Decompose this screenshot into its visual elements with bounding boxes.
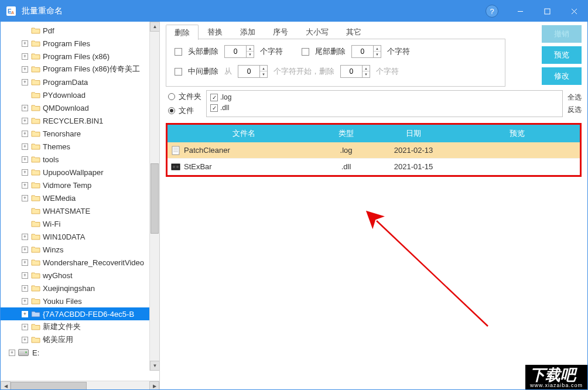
tab[interactable]: 序号 [264,24,297,39]
header-preview[interactable]: 预览 [454,128,580,139]
expand-icon[interactable]: + [22,105,28,111]
extension-checkbox[interactable] [210,104,218,112]
radio-folder[interactable]: 文件夹 [168,91,201,102]
help-button[interactable]: ? [486,5,498,18]
tail-delete-spinner[interactable]: ▲▼ [351,45,381,58]
expand-icon[interactable]: + [22,298,28,305]
head-delete-checkbox[interactable] [175,48,182,56]
tree-item[interactable]: +Wondershare_RecoveritVideo [1,256,159,269]
sidebar-horizontal-scrollbar[interactable]: ◀ ▶ [1,381,159,390]
header-date[interactable]: 日期 [372,128,454,139]
scroll-down-button[interactable]: ▼ [150,361,159,371]
expand-icon[interactable]: + [22,143,28,150]
expand-icon[interactable]: + [22,131,28,137]
tree-item-label: Pdf [43,26,54,35]
radio-file[interactable]: 文件 [168,105,201,116]
watermark: 下载吧 www.xiazaiba.com [525,365,587,389]
tree-item[interactable]: +Program Files [1,37,159,50]
preview-button[interactable]: 预览 [542,46,582,64]
tree-item[interactable]: +{7A7ACBDD-FED6-4ec5-B [1,307,159,320]
tree-item[interactable]: +QMDownload [1,101,159,114]
undo-button[interactable]: 撤销 [542,25,582,43]
expand-icon[interactable]: + [22,259,28,266]
tree-drive-item[interactable]: +E: [1,346,159,359]
expand-icon[interactable]: + [22,169,28,176]
tree-item[interactable]: +RECYCLER.BIN1 [1,114,159,127]
mid-from-value[interactable] [238,66,259,77]
tree-item[interactable]: +新建文件夹 [1,320,159,333]
tree-item[interactable]: +Themes [1,140,159,153]
tree-item[interactable]: +Tenorshare [1,127,159,140]
table-row[interactable]: PatchCleaner.log2021-02-13 [167,142,580,159]
folder-tree[interactable]: Pdf+Program Files+Program Files (x86)+Pr… [1,22,159,359]
extension-item[interactable]: .dll [210,102,559,113]
scroll-right-button[interactable]: ▶ [149,381,159,391]
tree-item[interactable]: +Xuejinqingshan [1,282,159,295]
expand-icon[interactable]: + [22,195,28,201]
tail-delete-checkbox[interactable] [302,48,309,56]
tree-item[interactable]: +Program Files (x86)传奇美工 [1,63,159,76]
head-delete-spinner[interactable]: ▲▼ [224,45,254,58]
expand-icon[interactable]: + [22,285,28,292]
apply-button[interactable]: 修改 [542,67,582,85]
mid-delete-checkbox[interactable] [175,68,182,76]
expand-icon[interactable]: + [22,118,28,124]
tree-item[interactable]: +WIN10DATA [1,230,159,243]
tree-item[interactable]: PYdownload [1,88,159,101]
extension-filter-box[interactable]: .log.dll [206,90,563,117]
extension-checkbox[interactable] [210,94,218,101]
tree-item[interactable]: +UpupooWallpaper [1,166,159,179]
minimize-button[interactable] [507,1,534,22]
header-type[interactable]: 类型 [320,128,372,139]
tree-item[interactable]: +Winzs [1,243,159,256]
expand-icon[interactable]: + [22,53,28,60]
scroll-left-button[interactable]: ◀ [1,381,11,391]
sidebar-vertical-scrollbar[interactable]: ▲ ▼ [149,22,159,371]
expand-icon[interactable]: + [22,40,28,47]
mid-count-spinner[interactable]: ▲▼ [340,65,370,78]
expand-icon[interactable]: + [22,182,28,189]
tree-item[interactable]: +ProgramData [1,76,159,88]
head-delete-value[interactable] [225,46,246,57]
header-name[interactable]: 文件名 [167,128,320,139]
expand-icon[interactable]: + [22,272,28,279]
tab[interactable]: 删除 [166,25,199,40]
tree-item[interactable]: +wyGhost [1,269,159,282]
table-row[interactable]: StExBar.dll2021-01-15 [167,159,580,175]
mid-from-spinner[interactable]: ▲▼ [238,65,268,78]
tree-item[interactable]: +Vidmore Temp [1,179,159,191]
tab[interactable]: 添加 [231,24,264,39]
tab[interactable]: 其它 [337,24,370,39]
extension-item[interactable]: .log [210,92,559,102]
scroll-thumb[interactable] [11,382,87,391]
tree-item[interactable]: Pdf [1,24,159,37]
expand-icon[interactable]: + [22,234,28,240]
tree-item[interactable]: +tools [1,153,159,166]
select-all-link[interactable]: 全选 [568,93,582,102]
select-inverse-link[interactable]: 反选 [568,105,582,115]
tree-item[interactable]: +WEMedia [1,191,159,204]
tree-item-label: Tenorshare [43,129,81,138]
mid-count-value[interactable] [341,66,362,77]
tree-item[interactable]: +铭美应用 [1,333,159,346]
tree-item[interactable]: Wi-Fi [1,217,159,230]
cell-type: .dll [320,162,372,171]
close-button[interactable] [560,1,587,22]
expand-icon[interactable]: + [22,324,28,330]
expand-icon[interactable]: + [22,337,28,343]
scroll-up-button[interactable]: ▲ [150,22,159,32]
expand-icon[interactable]: + [22,156,28,163]
tree-item[interactable]: +Program Files (x86) [1,50,159,63]
tail-delete-value[interactable] [352,46,373,57]
scroll-thumb[interactable] [151,163,159,234]
tree-item[interactable]: WHATSMATE [1,204,159,217]
maximize-button[interactable] [534,1,560,22]
tab[interactable]: 大小写 [297,24,337,39]
expand-icon[interactable]: + [22,311,28,317]
expand-icon[interactable]: + [22,66,28,73]
tree-item[interactable]: +Youku Files [1,295,159,307]
expand-icon[interactable]: + [22,79,28,85]
expand-icon[interactable]: + [9,350,15,356]
tab[interactable]: 替换 [199,24,231,39]
expand-icon[interactable]: + [22,247,28,253]
